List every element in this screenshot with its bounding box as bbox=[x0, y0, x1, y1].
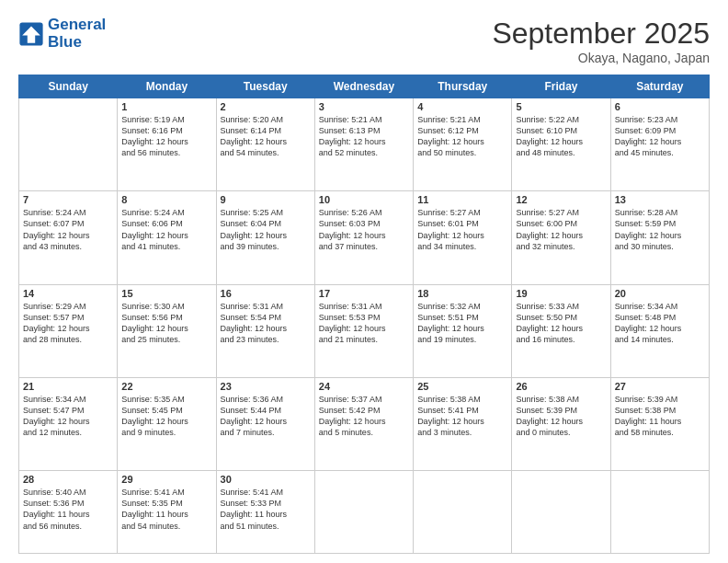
cell-info-line: Daylight: 11 hours bbox=[23, 509, 113, 520]
cell-info-line: Sunrise: 5:34 AM bbox=[23, 394, 113, 405]
cell-info-line: Sunset: 5:59 PM bbox=[615, 218, 705, 229]
logo-blue: Blue bbox=[48, 33, 82, 51]
day-number: 29 bbox=[121, 474, 211, 485]
cell-info-line: Sunset: 6:14 PM bbox=[221, 125, 311, 136]
cell-info-line: Sunset: 5:41 PM bbox=[417, 405, 507, 416]
day-number: 11 bbox=[417, 194, 507, 205]
cell-info-line: Daylight: 12 hours bbox=[121, 416, 211, 427]
cell-info-line: Sunrise: 5:32 AM bbox=[417, 301, 507, 312]
cell-info-line: Sunset: 5:47 PM bbox=[23, 405, 113, 416]
calendar-cell: 12Sunrise: 5:27 AMSunset: 6:00 PMDayligh… bbox=[512, 191, 610, 284]
cell-info-line: Sunset: 5:56 PM bbox=[121, 312, 211, 323]
calendar-cell: 17Sunrise: 5:31 AMSunset: 5:53 PMDayligh… bbox=[314, 284, 413, 377]
day-number: 23 bbox=[221, 381, 311, 392]
calendar-cell: 10Sunrise: 5:26 AMSunset: 6:03 PMDayligh… bbox=[314, 191, 413, 284]
cell-info-line: Daylight: 12 hours bbox=[221, 136, 311, 147]
cell-info-line: Sunset: 5:50 PM bbox=[516, 312, 606, 323]
cell-info-line: Daylight: 12 hours bbox=[221, 230, 311, 241]
cell-info-line: and 41 minutes. bbox=[121, 241, 211, 252]
day-number: 14 bbox=[23, 288, 113, 299]
cell-info-line: Sunset: 5:53 PM bbox=[319, 312, 409, 323]
cell-info-line: and 39 minutes. bbox=[221, 241, 311, 252]
day-number: 4 bbox=[417, 101, 507, 112]
logo: General Blue bbox=[18, 17, 106, 51]
cell-info-line: Sunset: 5:39 PM bbox=[516, 405, 606, 416]
day-number: 30 bbox=[221, 474, 311, 485]
calendar-cell bbox=[512, 471, 610, 554]
cell-info-line: and 37 minutes. bbox=[319, 241, 409, 252]
calendar-cell: 21Sunrise: 5:34 AMSunset: 5:47 PMDayligh… bbox=[19, 377, 118, 470]
day-number: 17 bbox=[319, 288, 409, 299]
day-number: 15 bbox=[121, 288, 211, 299]
cell-info-line: Daylight: 12 hours bbox=[23, 230, 113, 241]
day-number: 26 bbox=[516, 381, 606, 392]
calendar-cell: 22Sunrise: 5:35 AMSunset: 5:45 PMDayligh… bbox=[118, 377, 216, 470]
calendar-cell: 27Sunrise: 5:39 AMSunset: 5:38 PMDayligh… bbox=[610, 377, 709, 470]
cell-info-line: Sunset: 6:00 PM bbox=[516, 218, 606, 229]
cell-info-line: Daylight: 12 hours bbox=[516, 230, 606, 241]
header-row: SundayMondayTuesdayWednesdayThursdayFrid… bbox=[19, 75, 710, 98]
cell-info-line: Daylight: 12 hours bbox=[221, 323, 311, 334]
day-number: 20 bbox=[615, 288, 705, 299]
week-row-4: 21Sunrise: 5:34 AMSunset: 5:47 PMDayligh… bbox=[19, 377, 710, 470]
calendar-cell: 19Sunrise: 5:33 AMSunset: 5:50 PMDayligh… bbox=[512, 284, 610, 377]
calendar-cell: 13Sunrise: 5:28 AMSunset: 5:59 PMDayligh… bbox=[610, 191, 709, 284]
cell-info-line: Daylight: 12 hours bbox=[417, 416, 507, 427]
calendar-cell: 4Sunrise: 5:21 AMSunset: 6:12 PMDaylight… bbox=[414, 98, 512, 191]
col-header-wednesday: Wednesday bbox=[314, 75, 413, 98]
cell-info-line: and 3 minutes. bbox=[417, 427, 507, 438]
cell-info-line: Daylight: 12 hours bbox=[23, 323, 113, 334]
logo-general: General bbox=[48, 16, 106, 33]
cell-info-line: Daylight: 12 hours bbox=[615, 323, 705, 334]
cell-info-line: and 28 minutes. bbox=[23, 334, 113, 345]
location: Okaya, Nagano, Japan bbox=[492, 51, 710, 65]
cell-info-line: Sunrise: 5:41 AM bbox=[121, 487, 211, 498]
cell-info-line: Sunset: 6:13 PM bbox=[319, 125, 409, 136]
cell-info-line: Daylight: 12 hours bbox=[319, 230, 409, 241]
cell-info-line: Sunrise: 5:27 AM bbox=[417, 207, 507, 218]
cell-info-line: Sunset: 6:04 PM bbox=[221, 218, 311, 229]
calendar-cell: 20Sunrise: 5:34 AMSunset: 5:48 PMDayligh… bbox=[610, 284, 709, 377]
cell-info-line: and 34 minutes. bbox=[417, 241, 507, 252]
cell-info-line: and 48 minutes. bbox=[516, 147, 606, 158]
day-number: 12 bbox=[516, 194, 606, 205]
cell-info-line: and 12 minutes. bbox=[23, 427, 113, 438]
cell-info-line: Sunset: 6:16 PM bbox=[121, 125, 211, 136]
cell-info-line: Sunrise: 5:33 AM bbox=[516, 301, 606, 312]
day-number: 22 bbox=[121, 381, 211, 392]
cell-info-line: and 32 minutes. bbox=[516, 241, 606, 252]
cell-info-line: and 7 minutes. bbox=[221, 427, 311, 438]
cell-info-line: Sunset: 6:12 PM bbox=[417, 125, 507, 136]
cell-info-line: Sunrise: 5:25 AM bbox=[221, 207, 311, 218]
cell-info-line: Sunrise: 5:22 AM bbox=[516, 114, 606, 125]
cell-info-line: Daylight: 12 hours bbox=[23, 416, 113, 427]
day-number: 8 bbox=[121, 194, 211, 205]
cell-info-line: Daylight: 12 hours bbox=[516, 136, 606, 147]
day-number: 16 bbox=[221, 288, 311, 299]
cell-info-line: Sunrise: 5:40 AM bbox=[23, 487, 113, 498]
calendar-cell: 26Sunrise: 5:38 AMSunset: 5:39 PMDayligh… bbox=[512, 377, 610, 470]
cell-info-line: Daylight: 11 hours bbox=[221, 509, 311, 520]
cell-info-line: and 54 minutes. bbox=[121, 521, 211, 532]
cell-info-line: and 25 minutes. bbox=[121, 334, 211, 345]
day-number: 24 bbox=[319, 381, 409, 392]
cell-info-line: Daylight: 11 hours bbox=[615, 416, 705, 427]
day-number: 2 bbox=[221, 101, 311, 112]
cell-info-line: Sunrise: 5:20 AM bbox=[221, 114, 311, 125]
cell-info-line: and 56 minutes. bbox=[23, 521, 113, 532]
cell-info-line: and 30 minutes. bbox=[615, 241, 705, 252]
day-number: 25 bbox=[417, 381, 507, 392]
cell-info-line: Daylight: 12 hours bbox=[121, 323, 211, 334]
col-header-tuesday: Tuesday bbox=[216, 75, 314, 98]
cell-info-line: and 45 minutes. bbox=[615, 147, 705, 158]
calendar-table: SundayMondayTuesdayWednesdayThursdayFrid… bbox=[18, 75, 710, 554]
cell-info-line: Sunset: 5:45 PM bbox=[121, 405, 211, 416]
cell-info-line: Daylight: 12 hours bbox=[615, 230, 705, 241]
cell-info-line: Sunrise: 5:38 AM bbox=[417, 394, 507, 405]
day-number: 6 bbox=[615, 101, 705, 112]
logo-icon bbox=[18, 21, 44, 47]
calendar-cell: 14Sunrise: 5:29 AMSunset: 5:57 PMDayligh… bbox=[19, 284, 118, 377]
cell-info-line: and 14 minutes. bbox=[615, 334, 705, 345]
cell-info-line: Sunrise: 5:37 AM bbox=[319, 394, 409, 405]
calendar-cell bbox=[414, 471, 512, 554]
